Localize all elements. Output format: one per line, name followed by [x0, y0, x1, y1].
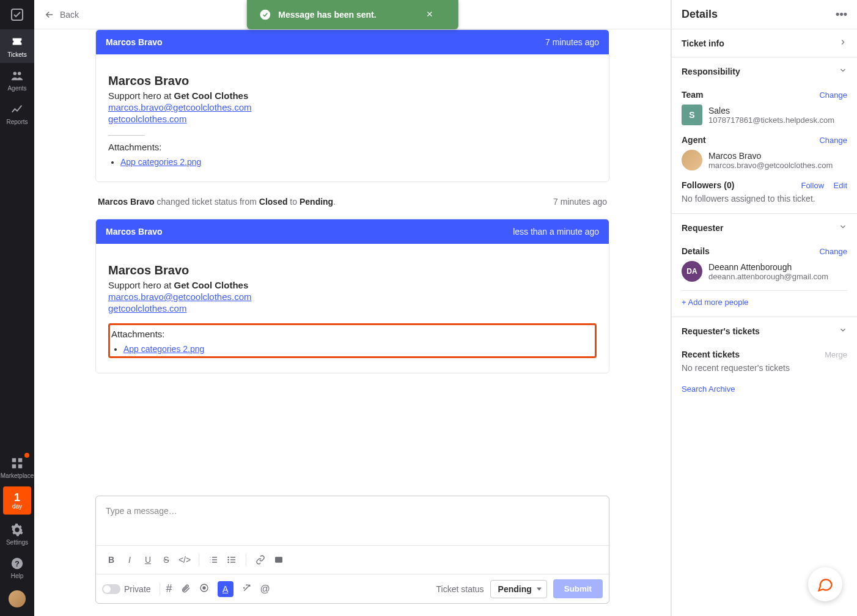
format-toolbar: B I U S </>	[96, 545, 609, 574]
underline-button[interactable]: U	[139, 551, 157, 569]
magic-button[interactable]	[242, 583, 252, 595]
requester-name: Deeann Attenborough	[708, 262, 828, 272]
bullet-list-button[interactable]	[223, 551, 241, 569]
follow-link[interactable]: Follow	[801, 181, 824, 190]
requester-entry: DA Deeann Attenborough deeann.attenborou…	[682, 261, 847, 282]
image-button[interactable]	[270, 551, 288, 569]
message-author: Marcos Bravo	[106, 227, 163, 237]
section-requester-tickets[interactable]: Requester's tickets	[672, 317, 857, 345]
add-more-people-link[interactable]: + Add more people	[682, 298, 749, 307]
signature-name: Marcos Bravo	[108, 74, 597, 88]
agent-avatar-icon	[682, 150, 702, 170]
recent-tickets-label: Recent tickets	[682, 350, 740, 359]
chat-fab[interactable]	[808, 567, 842, 601]
text-color-button[interactable]: A	[218, 581, 234, 597]
private-label: Private	[124, 584, 151, 594]
submit-button[interactable]: Submit	[553, 579, 603, 598]
message-card: Marcos Bravo less than a minute ago Marc…	[95, 219, 609, 373]
signature-site-link[interactable]: getcoolclothes.com	[108, 114, 597, 124]
svg-rect-6	[18, 464, 22, 468]
composer: Type a message… B I U S </>	[95, 496, 609, 604]
attachment-button[interactable]	[181, 583, 191, 595]
private-toggle[interactable]	[102, 584, 120, 594]
followers-empty-text: No followers assigned to this ticket.	[682, 194, 847, 204]
conversation-scroll[interactable]: Marcos Bravo 7 minutes ago Marcos Bravo …	[34, 29, 671, 496]
nav-reports[interactable]: Reports	[0, 97, 34, 130]
nav-settings[interactable]: Settings	[0, 517, 34, 551]
toast-text: Message has been sent.	[278, 10, 376, 20]
hashtag-button[interactable]: #	[166, 582, 172, 595]
details-panel: Details ••• Ticket info Responsibility T…	[671, 0, 857, 616]
followers-label: Followers (0)	[682, 180, 734, 190]
signature-site-link[interactable]: getcoolclothes.com	[108, 303, 597, 314]
nav-tickets[interactable]: Tickets	[0, 29, 34, 63]
chat-bubble-icon	[817, 576, 834, 593]
message-body: Marcos Bravo Support hero at Get Cool Cl…	[96, 244, 609, 373]
ticket-status-select[interactable]: Pending	[490, 580, 547, 598]
attachments-highlight: Attachments: App categories 2.png	[108, 323, 597, 358]
team-entry: S Sales 1078717861@tickets.helpdesk.com	[682, 105, 847, 125]
svg-rect-3	[12, 458, 16, 462]
toast-success: Message has been sent.	[246, 0, 458, 29]
italic-button[interactable]: I	[120, 551, 139, 569]
details-header: Details •••	[672, 0, 857, 29]
search-archive-link[interactable]: Search Archive	[682, 384, 735, 394]
section-responsibility[interactable]: Responsibility	[672, 57, 857, 85]
code-button[interactable]: </>	[175, 551, 194, 569]
requester-avatar-icon: DA	[682, 261, 702, 282]
nav-marketplace[interactable]: Marketplace	[0, 450, 34, 484]
section-requester[interactable]: Requester	[672, 214, 857, 241]
message-header: Marcos Bravo 7 minutes ago	[96, 30, 609, 54]
composer-wrap: Type a message… B I U S </>	[34, 496, 671, 616]
mention-button[interactable]: @	[260, 584, 270, 595]
agent-change-link[interactable]: Change	[819, 136, 847, 145]
app-logo[interactable]	[0, 0, 34, 29]
message-input[interactable]: Type a message…	[96, 496, 609, 545]
record-button[interactable]	[199, 583, 209, 595]
recent-tickets-empty: No recent requester's tickets	[682, 363, 847, 373]
signature-email-link[interactable]: marcos.bravo@getcoolclothes.com	[108, 292, 597, 302]
back-button[interactable]: Back	[44, 9, 79, 20]
trial-days-counter[interactable]: 1 day	[3, 486, 31, 515]
nav-user-avatar[interactable]	[0, 584, 34, 616]
strike-button[interactable]: S	[157, 551, 175, 569]
chevron-down-icon	[839, 326, 847, 336]
attachment-link[interactable]: App categories 2.png	[120, 157, 201, 167]
svg-point-15	[203, 587, 205, 589]
signature-name: Marcos Bravo	[108, 263, 597, 277]
chevron-right-icon	[839, 38, 847, 48]
numbered-list-button[interactable]	[204, 551, 223, 569]
ticket-status-label: Ticket status	[436, 584, 484, 594]
svg-point-10	[228, 557, 229, 557]
team-name: Sales	[708, 106, 834, 116]
agent-email: marcos.bravo@getcoolclothes.com	[708, 161, 833, 170]
svg-point-2	[18, 72, 21, 76]
team-email: 1078717861@tickets.helpdesk.com	[708, 116, 834, 125]
toast-close-button[interactable]	[425, 10, 434, 20]
details-more-button[interactable]: •••	[836, 8, 847, 21]
nav-help[interactable]: ? Help	[0, 551, 34, 584]
sidebar-nav: Tickets Agents Reports Marketplace 1 day…	[0, 0, 34, 616]
nav-agents[interactable]: Agents	[0, 63, 34, 97]
team-change-link[interactable]: Change	[819, 90, 847, 100]
message-time: 7 minutes ago	[545, 37, 599, 47]
edit-followers-link[interactable]: Edit	[834, 181, 847, 190]
svg-rect-5	[12, 464, 16, 468]
signature-email-link[interactable]: marcos.bravo@getcoolclothes.com	[108, 102, 597, 112]
bold-button[interactable]: B	[102, 551, 120, 569]
status-change-time: 7 minutes ago	[553, 197, 607, 207]
check-circle-icon	[259, 9, 271, 21]
attachment-link[interactable]: App categories 2.png	[123, 344, 204, 354]
requester-change-link[interactable]: Change	[819, 247, 847, 256]
attachments-label: Attachments:	[108, 142, 597, 152]
attachment-item: App categories 2.png	[120, 157, 597, 167]
status-change-event: Marcos Bravo changed ticket status from …	[95, 197, 609, 207]
topbar: Back T-shirt has a Message has been sent…	[34, 0, 671, 29]
signature-role: Support hero at Get Cool Clothes	[108, 280, 597, 290]
link-button[interactable]	[251, 551, 270, 569]
section-ticket-info[interactable]: Ticket info	[672, 29, 857, 57]
marketplace-badge-icon	[24, 453, 29, 458]
close-icon	[425, 10, 434, 18]
attachments-label: Attachments:	[111, 329, 591, 339]
message-body: Marcos Bravo Support hero at Get Cool Cl…	[96, 54, 609, 182]
